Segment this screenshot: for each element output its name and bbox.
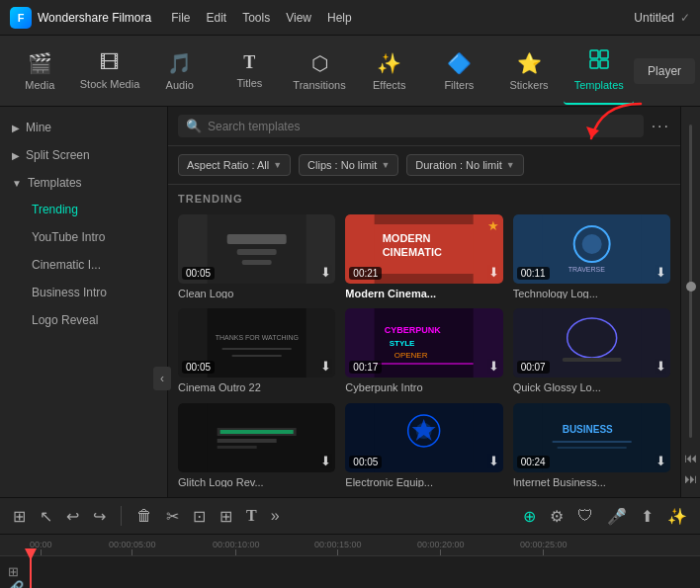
template-card-8[interactable]: 00:05 ⬇ Electronic Equip...	[345, 403, 502, 487]
ruler-mark-3: 00:00:15:00	[314, 540, 362, 555]
duration-badge-1: 00:05	[182, 267, 215, 280]
split-screen-arrow-icon: ▶	[12, 150, 20, 161]
star-icon-2: ★	[487, 218, 499, 233]
audio-icon: 🎵	[167, 51, 192, 75]
split-screen-label: Split Screen	[26, 148, 90, 162]
duration-label: Duration : No limit	[415, 159, 501, 171]
audio-label: Audio	[166, 79, 194, 91]
ruler-mark-4: 00:00:20:00	[417, 540, 465, 555]
svg-rect-29	[208, 403, 306, 472]
stickers-icon: ⭐	[517, 51, 542, 75]
svg-rect-12	[375, 274, 474, 284]
sidebar-item-trending[interactable]: Trending	[20, 196, 167, 223]
tool-media[interactable]: 🎬 Media	[5, 38, 75, 105]
ruler-mark-2: 00:00:10:00	[213, 540, 260, 555]
bt-right-group: ⊕ ⚙ 🛡 🎤 ⬆ ✨	[520, 504, 690, 529]
clips-filter[interactable]: Clips : No limit ▼	[299, 154, 398, 176]
download-icon-3: ⬇	[656, 265, 666, 280]
effects-label: Effects	[373, 79, 405, 91]
bt-magic-icon[interactable]: ✨	[664, 504, 690, 529]
svg-text:THANKS FOR WATCHING: THANKS FOR WATCHING	[216, 334, 299, 341]
tool-titles[interactable]: T Titles	[215, 38, 285, 105]
tool-transitions[interactable]: ⬡ Transitions	[285, 38, 355, 105]
duration-badge-6: 00:07	[517, 361, 550, 374]
bt-more-icon[interactable]: »	[268, 504, 283, 528]
template-card-6[interactable]: 00:07 ⬇ Quick Glossy Lo...	[513, 308, 670, 392]
bt-cut-icon[interactable]: ✂	[163, 504, 182, 529]
tool-audio[interactable]: 🎵 Audio	[144, 38, 215, 105]
duration-filter[interactable]: Duration : No limit ▼	[406, 154, 523, 176]
sidebar-item-cinematic[interactable]: Cinematic I...	[20, 251, 167, 279]
bt-delete-icon[interactable]: 🗑	[133, 504, 155, 528]
tool-stickers[interactable]: ⭐ Stickers	[494, 38, 565, 105]
template-card-4[interactable]: THANKS FOR WATCHING 00:05 ⬇ Cinema Outro…	[178, 308, 335, 392]
menu-view[interactable]: View	[286, 11, 311, 25]
svg-text:BUSINESS: BUSINESS	[562, 424, 612, 435]
right-panel: ⏮ ⏭	[680, 107, 700, 497]
menu-help[interactable]: Help	[327, 11, 352, 25]
template-card-3[interactable]: TRAVERSE 00:11 ⬇ Technology Log...	[513, 214, 670, 298]
bt-green-icon[interactable]: ⊕	[520, 504, 539, 529]
template-card-5[interactable]: CYBERPUNKSTYLEOPENER 00:17 ⬇ Cyberpunk I…	[345, 308, 502, 392]
bt-crop-icon[interactable]: ⊡	[190, 504, 209, 529]
svg-rect-2	[590, 60, 598, 68]
timeline-track-icons: ⊞	[8, 564, 19, 579]
sidebar: ▶ Mine ▶ Split Screen ▼ Templates Trendi…	[0, 107, 168, 497]
filters-label: Filters	[444, 79, 474, 91]
more-options-button[interactable]: ···	[652, 118, 670, 135]
tool-filters[interactable]: 🔷 Filters	[424, 38, 494, 105]
duration-badge-5: 00:17	[349, 361, 382, 374]
tool-stock-media[interactable]: 🎞 Stock Media	[75, 38, 145, 105]
sidebar-item-business-intro[interactable]: Business Intro	[20, 279, 167, 306]
sidebar-collapse-button[interactable]: ‹	[153, 367, 168, 390]
clips-label: Clips : No limit	[307, 159, 377, 171]
menu-tools[interactable]: Tools	[242, 11, 270, 25]
template-card-2[interactable]: MODERNCINEMATIC 00:21 ★ ⬇ Modern Cinema.…	[345, 214, 502, 298]
tool-effects[interactable]: ✨ Effects	[354, 38, 424, 105]
templates-arrow-icon: ▼	[12, 178, 22, 189]
sidebar-item-logo-reveal[interactable]: Logo Reveal	[20, 306, 167, 334]
bt-text-icon[interactable]: T	[243, 504, 260, 528]
bt-select-icon[interactable]: ↖	[37, 504, 55, 529]
time-cursor[interactable]	[30, 556, 32, 588]
sidebar-section-mine: ▶ Mine	[0, 115, 167, 140]
main-area: ▶ Mine ▶ Split Screen ▼ Templates Trendi…	[0, 107, 700, 497]
search-input[interactable]	[208, 120, 636, 133]
timeline-area: 00:00 00:00:05:00 00:00:10:00 00:00:15:0…	[0, 535, 700, 588]
timeline-track[interactable]: ⊞ 🔗	[0, 556, 700, 588]
sidebar-item-templates-header[interactable]: ▼ Templates	[0, 170, 167, 196]
menu-file[interactable]: File	[171, 11, 190, 25]
bt-mic-icon[interactable]: 🎤	[604, 504, 630, 529]
svg-text:CINEMATIC: CINEMATIC	[383, 246, 442, 258]
template-card-1[interactable]: 00:05 ⬇ Clean Logo	[178, 214, 335, 298]
aspect-ratio-filter[interactable]: Aspect Ratio : All ▼	[178, 154, 291, 176]
bt-settings-icon[interactable]: ⚙	[547, 504, 567, 529]
timeline-link-icon-wrap: 🔗	[8, 580, 24, 588]
bt-shield-icon[interactable]: 🛡	[574, 504, 596, 529]
ruler-mark-5: 00:00:25:00	[520, 540, 568, 555]
sidebar-section-split-screen: ▶ Split Screen	[0, 142, 167, 168]
player-button[interactable]: Player	[634, 58, 695, 84]
template-name-8: Electronic Equip...	[345, 476, 502, 487]
scroll-track[interactable]	[689, 125, 692, 438]
transitions-icon: ⬡	[311, 51, 328, 75]
bt-export-icon[interactable]: ⬆	[638, 504, 656, 529]
titles-label: Titles	[236, 77, 262, 89]
template-card-7[interactable]: ⬇ Glitch Logo Rev...	[178, 403, 335, 487]
sidebar-item-mine[interactable]: ▶ Mine	[0, 115, 167, 140]
download-icon-4: ⬇	[320, 359, 331, 374]
sidebar-item-youtube-intro[interactable]: YouTube Intro	[20, 223, 167, 251]
download-icon-6: ⬇	[656, 359, 666, 374]
titles-icon: T	[243, 52, 255, 73]
template-card-9[interactable]: BUSINESS 00:24 ⬇ Internet Business...	[513, 403, 670, 487]
svg-rect-28	[562, 358, 621, 362]
bt-layout-icon[interactable]: ⊞	[10, 504, 29, 529]
bt-split-icon[interactable]: ⊞	[217, 504, 235, 529]
bt-redo-icon[interactable]: ↪	[90, 504, 109, 529]
menu-edit[interactable]: Edit	[207, 11, 227, 25]
bt-undo-icon[interactable]: ↩	[63, 504, 82, 529]
download-icon-7: ⬇	[320, 454, 331, 468]
sidebar-item-split-screen[interactable]: ▶ Split Screen	[0, 142, 167, 168]
scroll-thumb[interactable]	[686, 282, 696, 292]
tool-templates[interactable]: Templates	[564, 38, 634, 105]
